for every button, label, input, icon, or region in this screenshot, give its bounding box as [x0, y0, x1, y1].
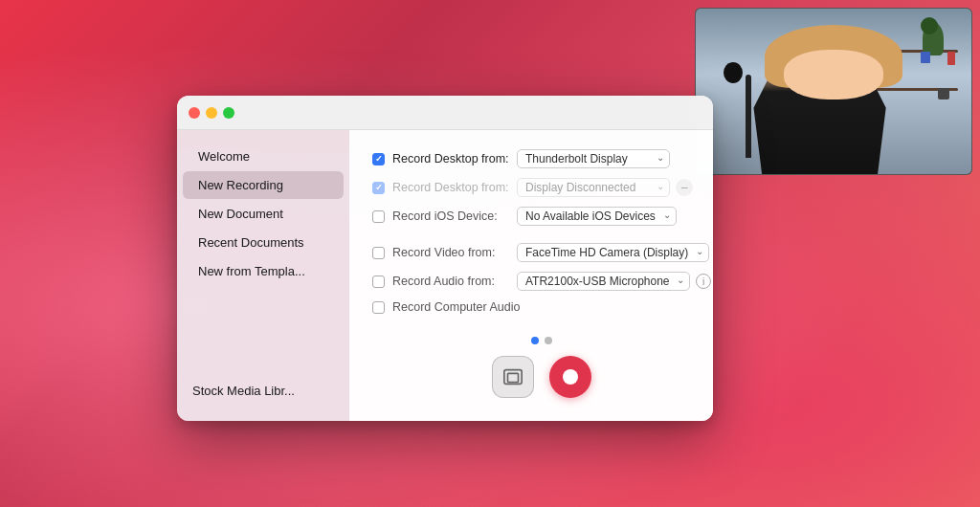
dropdown-record-desktop-2[interactable]: Display Disconnected	[517, 178, 670, 197]
sidebar-bottom-item[interactable]: Stock Media Libr...	[177, 376, 349, 409]
bottom-controls	[372, 337, 711, 402]
select-wrapper-3: No Available iOS Devices	[517, 207, 677, 226]
svg-rect-1	[508, 373, 519, 382]
option-row-record-ios: Record iOS Device: No Available iOS Devi…	[372, 207, 711, 226]
option-row-record-desktop-2: Record Desktop from: Display Disconnecte…	[372, 178, 711, 197]
minimize-button[interactable]	[206, 107, 217, 119]
action-buttons	[492, 356, 591, 398]
option-row-record-computer-audio: Record Computer Audio	[372, 300, 711, 314]
sidebar-item-new-document[interactable]: New Document	[183, 200, 344, 228]
sidebar-item-new-recording[interactable]: New Recording	[183, 171, 344, 199]
select-wrapper-1: Thunderbolt Display	[517, 149, 670, 168]
select-wrapper-4: FaceTime HD Camera (Display)	[517, 243, 709, 262]
maximize-button[interactable]	[223, 107, 234, 119]
sidebar: Welcome New Recording New Document Recen…	[177, 130, 349, 421]
label-record-video: Record Video from:	[392, 246, 517, 259]
sidebar-item-welcome[interactable]: Welcome	[183, 143, 344, 170]
option-row-record-audio: Record Audio from: ATR2100x-USB Micropho…	[372, 272, 711, 291]
label-record-audio: Record Audio from:	[392, 275, 517, 288]
dropdown-record-video[interactable]: FaceTime HD Camera (Display)	[517, 243, 709, 262]
dropdown-record-ios[interactable]: No Available iOS Devices	[517, 207, 677, 226]
record-icon	[563, 369, 578, 385]
page-dot-1[interactable]	[531, 337, 539, 344]
option-row-record-video: Record Video from: FaceTime HD Camera (D…	[372, 243, 711, 262]
checkbox-record-computer-audio[interactable]	[372, 301, 385, 314]
sidebar-item-new-from-template[interactable]: New from Templa...	[183, 257, 344, 285]
window-body: Welcome New Recording New Document Recen…	[177, 130, 713, 421]
traffic-lights	[189, 107, 234, 119]
select-record-video: FaceTime HD Camera (Display)	[517, 243, 709, 262]
checkbox-record-audio[interactable]	[372, 276, 385, 288]
capture-button[interactable]	[492, 356, 534, 398]
dropdown-record-audio[interactable]: ATR2100x-USB Microphone	[517, 272, 690, 291]
checkbox-record-desktop-2[interactable]	[372, 182, 385, 194]
checkbox-record-video[interactable]	[372, 247, 385, 259]
select-wrapper-2: Display Disconnected	[517, 178, 670, 197]
sidebar-items: Welcome New Recording New Document Recen…	[177, 142, 349, 376]
recording-options: Record Desktop from: Thunderbolt Display…	[372, 149, 711, 337]
close-button[interactable]	[189, 107, 200, 119]
label-record-desktop-1: Record Desktop from:	[392, 152, 517, 165]
mac-window: Welcome New Recording New Document Recen…	[177, 96, 713, 421]
option-row-record-desktop-1: Record Desktop from: Thunderbolt Display	[372, 149, 711, 168]
page-dot-2[interactable]	[545, 337, 552, 344]
label-record-computer-audio: Record Computer Audio	[392, 300, 520, 314]
checkbox-record-ios[interactable]	[372, 210, 385, 223]
record-button[interactable]	[549, 356, 591, 398]
sidebar-item-recent-documents[interactable]: Recent Documents	[183, 229, 344, 256]
remove-display-button[interactable]: −	[676, 179, 693, 196]
checkbox-record-desktop-1[interactable]	[372, 153, 385, 165]
select-record-audio: ATR2100x-USB Microphone i	[517, 272, 711, 291]
dropdown-record-desktop-1[interactable]: Thunderbolt Display	[517, 149, 670, 168]
title-bar	[177, 96, 713, 130]
main-content: Record Desktop from: Thunderbolt Display…	[349, 130, 713, 421]
label-record-desktop-2: Record Desktop from:	[392, 181, 517, 194]
select-wrapper-5: ATR2100x-USB Microphone	[517, 272, 690, 291]
label-record-ios: Record iOS Device:	[392, 209, 517, 223]
spacer-1	[372, 235, 711, 243]
select-record-desktop-1: Thunderbolt Display	[517, 149, 670, 168]
webcam-preview	[695, 8, 972, 175]
select-record-ios: No Available iOS Devices	[517, 207, 677, 226]
page-dots	[531, 337, 552, 344]
audio-info-icon[interactable]: i	[696, 274, 711, 289]
select-record-desktop-2: Display Disconnected −	[517, 178, 693, 197]
